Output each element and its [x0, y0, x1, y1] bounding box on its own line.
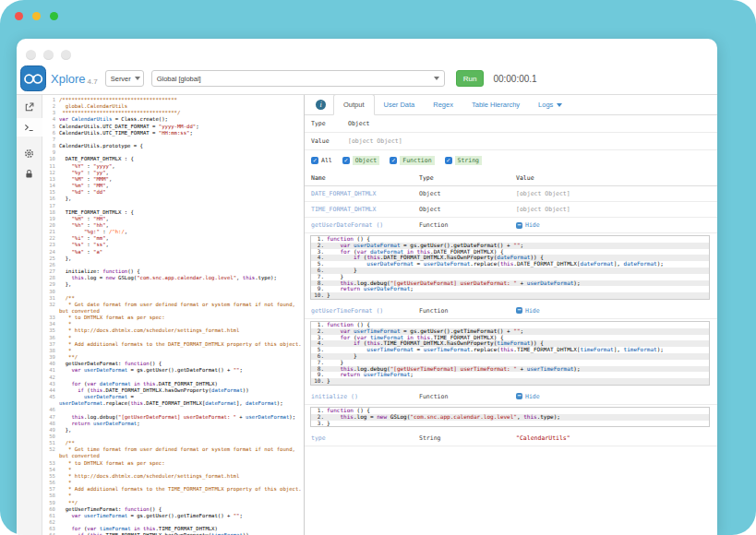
close-window-button[interactable] — [15, 12, 23, 20]
property-name-link[interactable]: getUserTimeFormat () — [311, 307, 419, 315]
code-text: global.CalendarUtils — [59, 103, 304, 110]
checkbox-checked-icon[interactable]: ✓ — [390, 157, 397, 164]
editor-line: 12 "%y" : "yy", — [42, 170, 304, 176]
result-type-row: Type Object — [305, 115, 717, 133]
tab-logs[interactable]: Logs — [529, 95, 571, 114]
code-text: } — [327, 421, 330, 427]
column-header-type: Type — [419, 174, 516, 182]
line-number: 7 — [42, 137, 59, 143]
hide-link[interactable]: −Hide — [516, 393, 717, 400]
app-header: Xplore 4.7 Server Global [global] Run 00… — [17, 63, 717, 94]
editor-line: 16 }, — [42, 196, 304, 202]
xplore-logo-icon — [20, 65, 46, 91]
code-text: var CalendarUtils = Class.create(); — [59, 116, 304, 123]
filter-object[interactable]: ✓Object — [342, 156, 379, 165]
filter-label: Function — [400, 156, 434, 165]
code-text: * to DHTMLX format as per spec: — [59, 460, 304, 467]
open-new-window-icon[interactable] — [17, 98, 42, 116]
line-number: 27 — [42, 268, 59, 275]
editor-line: 3 *************************************/ — [42, 110, 304, 116]
code-editor[interactable]: 1/*************************************2… — [42, 95, 305, 535]
tab-regex[interactable]: Regex — [424, 95, 462, 114]
code-text: } — [327, 292, 330, 299]
editor-line: 33 * to DHTMLX format as per spec: — [42, 315, 304, 321]
maximize-window-button[interactable] — [50, 12, 58, 20]
line-number: 3. — [311, 421, 327, 427]
code-text: TIME_FORMAT_DHTMLX : { — [59, 209, 304, 216]
tab-label: Regex — [433, 101, 453, 109]
editor-line: 15 "%d" : "dd" — [42, 189, 304, 196]
checkbox-checked-icon[interactable]: ✓ — [311, 157, 318, 164]
line-number: 17 — [42, 203, 59, 209]
info-tab[interactable]: i — [308, 96, 333, 114]
scope-select[interactable]: Global [global] — [151, 70, 445, 87]
table-row: initialize ()Function−Hide — [305, 389, 717, 405]
line-number: 31 — [42, 295, 59, 302]
code-text — [59, 137, 304, 143]
property-name-link[interactable]: initialize () — [311, 393, 419, 400]
editor-line: 57 * Add additional formats to the TIME_… — [42, 486, 304, 493]
line-number: 62 — [42, 519, 59, 526]
line-number: 3 — [42, 110, 59, 116]
value-label: Value — [311, 137, 348, 145]
hide-link[interactable]: −Hide — [516, 221, 717, 229]
line-number: 28 — [42, 275, 59, 281]
line-number: 32 — [42, 302, 59, 315]
server-select[interactable]: Server — [105, 70, 144, 87]
code-text: return userDateFormat; — [327, 286, 414, 292]
filter-all[interactable]: ✓All — [311, 157, 332, 164]
function-source-block: 1.function () {2. var userDateFormat = g… — [310, 235, 710, 300]
caret-down-icon — [434, 77, 439, 80]
line-number: 49 — [42, 427, 59, 434]
editor-line: 26 — [42, 262, 304, 268]
code-text: * Get time format from user defined form… — [59, 446, 304, 459]
run-button[interactable]: Run — [456, 70, 485, 87]
line-number: 30 — [42, 289, 59, 295]
window-dot — [26, 50, 36, 60]
tab-output[interactable]: Output — [333, 95, 375, 115]
hide-link[interactable]: −Hide — [516, 307, 717, 315]
checkbox-checked-icon[interactable]: ✓ — [342, 157, 350, 164]
tab-user-data[interactable]: User Data — [375, 95, 425, 114]
editor-line: 6CalendarUtils.UTC_TIME_FORMAT = "HH:mm:… — [42, 130, 304, 137]
property-name-link[interactable]: getUserDateFormat () — [311, 221, 419, 229]
browser-mockup-frame: Xplore 4.7 Server Global [global] Run 00… — [0, 0, 756, 535]
filter-label: Object — [353, 156, 379, 165]
checkbox-checked-icon[interactable]: ✓ — [445, 157, 452, 164]
editor-line: 61 var userTimeFormat = gs.getUser().get… — [42, 513, 304, 519]
settings-gear-icon[interactable] — [17, 144, 42, 162]
tab-table-hierarchy[interactable]: Table Hierarchy — [462, 95, 529, 114]
line-number: 46 — [42, 407, 59, 413]
property-name-link[interactable]: TIME_FORMAT_DHTMLX — [311, 206, 419, 213]
filter-string[interactable]: ✓String — [445, 156, 482, 165]
line-number: 16 — [42, 196, 59, 202]
minimize-window-button[interactable] — [32, 12, 41, 20]
info-icon: i — [316, 100, 326, 110]
line-number: 42 — [42, 374, 59, 381]
editor-line: 58 * — [42, 493, 304, 499]
editor-line: 51 /** — [42, 440, 304, 446]
property-name-link[interactable]: type — [311, 434, 419, 442]
line-number: 63 — [42, 526, 59, 532]
lock-icon[interactable] — [17, 164, 42, 183]
code-line: 6. } — [311, 353, 709, 360]
editor-line: 31 /** — [42, 295, 304, 302]
line-number: 10. — [311, 292, 327, 299]
filter-label: All — [321, 157, 332, 164]
table-row: DATE_FORMAT_DHTMLXObject[object Object] — [305, 186, 717, 202]
property-name-link[interactable]: DATE_FORMAT_DHTMLX — [311, 190, 419, 197]
filter-function[interactable]: ✓Function — [390, 156, 434, 165]
code-text — [59, 374, 304, 381]
tab-label: Table Hierarchy — [472, 101, 520, 109]
line-number: 34 — [42, 321, 59, 327]
terminal-icon[interactable] — [17, 118, 42, 137]
line-number: 14 — [42, 183, 59, 189]
code-text: userTimeFormat = userTimeFormat.replace(… — [327, 347, 664, 353]
code-text: return userDateFormat; — [59, 421, 304, 427]
editor-line: 62 — [42, 519, 304, 526]
code-text: if (this.DATE_FORMAT_DHTMLX.hasOwnProper… — [59, 387, 304, 394]
editor-line: 21 "%g:" : /^h:/, — [42, 229, 304, 235]
line-number: 1 — [42, 97, 59, 103]
code-text: * Add additional formats to the DATE_FOR… — [59, 341, 304, 348]
line-number: 9 — [42, 149, 59, 156]
